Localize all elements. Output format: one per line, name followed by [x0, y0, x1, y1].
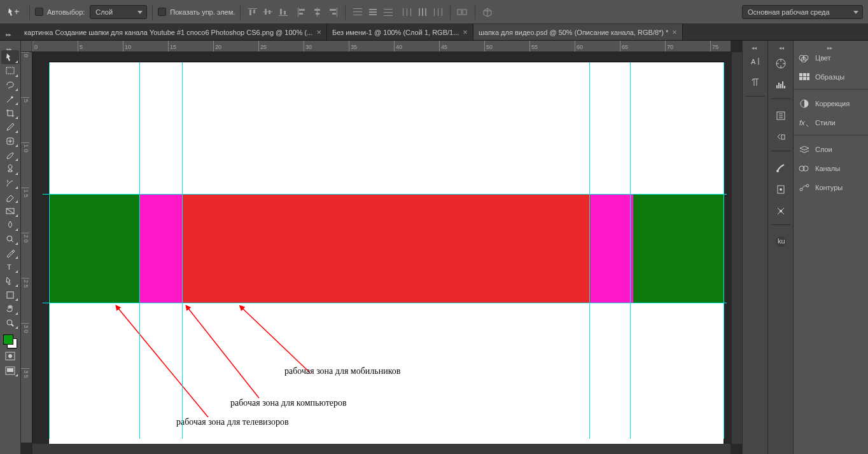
vertical-guide[interactable] — [49, 62, 50, 439]
svg-rect-16 — [330, 9, 336, 11]
svg-rect-56 — [778, 83, 780, 88]
dist-bottom-button[interactable] — [381, 5, 395, 19]
character-panel-icon[interactable]: A — [745, 52, 766, 70]
foreground-background-color[interactable] — [3, 334, 17, 348]
svg-rect-23 — [369, 14, 377, 15]
eraser-tool[interactable] — [1, 190, 19, 204]
layers-panel-button[interactable]: Слои — [794, 140, 868, 159]
svg-point-80 — [803, 166, 808, 171]
align-group-2 — [295, 5, 340, 19]
align-left-edges-button[interactable] — [295, 5, 309, 19]
wand-tool[interactable] — [1, 92, 19, 106]
shape-tool[interactable] — [1, 288, 19, 302]
align-hcenter-button[interactable] — [311, 5, 325, 19]
stamp-tool[interactable] — [1, 162, 19, 176]
adjustments-panel-button[interactable]: Коррекция — [794, 94, 868, 113]
heal-tool[interactable] — [1, 134, 19, 148]
svg-rect-7 — [280, 9, 282, 15]
auto-align-button[interactable] — [456, 5, 470, 19]
show-transform-controls-checkbox[interactable]: Показать упр. элем. — [158, 8, 235, 16]
strip1-collapse-icon[interactable] — [743, 43, 767, 48]
quickmask-button[interactable] — [1, 349, 19, 363]
hand-tool[interactable] — [1, 302, 19, 316]
histogram-panel-icon[interactable] — [771, 76, 791, 99]
swatches-panel-button[interactable]: Образцы — [794, 67, 868, 86]
brush-presets-icon[interactable] — [771, 159, 791, 177]
screenmode-button[interactable] — [1, 364, 19, 378]
document-tab-1[interactable]: Без имени-1 @ 100% (Слой 1, RGB/1...× — [327, 24, 473, 40]
canvas-area[interactable]: 051015202530354045505560657075 051 01 52… — [21, 41, 742, 454]
crop-tool[interactable] — [1, 106, 19, 120]
dist-hcenter-button[interactable] — [416, 5, 430, 19]
horizontal-guide[interactable] — [43, 194, 727, 195]
dist-left-button[interactable] — [400, 5, 414, 19]
svg-rect-28 — [407, 8, 407, 16]
horizontal-ruler[interactable]: 051015202530354045505560657075 — [32, 41, 731, 52]
color-panel-button[interactable]: Цвет — [794, 48, 868, 67]
zoom-tool[interactable] — [1, 316, 19, 330]
dodge-tool[interactable] — [1, 232, 19, 246]
kuler-panel-icon[interactable]: ku — [771, 233, 791, 251]
move-tool[interactable] — [1, 50, 19, 64]
workspace-dropdown[interactable]: Основная рабочая среда — [742, 5, 863, 19]
navigator-panel-icon[interactable] — [771, 55, 791, 72]
vertical-scrollbar[interactable] — [732, 52, 742, 444]
svg-rect-18 — [353, 8, 362, 9]
paths-panel-button[interactable]: Контуры — [794, 178, 868, 197]
eyedropper-tool[interactable] — [1, 120, 19, 134]
svg-rect-2 — [253, 10, 255, 13]
vertical-guide[interactable] — [182, 62, 183, 439]
tools-panel: T — [0, 41, 21, 454]
3d-mode-button[interactable] — [480, 5, 494, 19]
color-icon — [799, 53, 810, 63]
auto-select-checkbox[interactable]: Автовыбор: — [35, 8, 85, 16]
align-bottom-edges-button[interactable] — [276, 5, 290, 19]
lasso-tool[interactable] — [1, 78, 19, 92]
document-tab-2[interactable]: шапка для видео.psd @ 50% (Описание кана… — [473, 24, 683, 40]
channels-panel-button[interactable]: Каналы — [794, 159, 868, 178]
svg-rect-10 — [299, 9, 305, 11]
brush-panel-icon[interactable] — [771, 181, 791, 198]
marquee-tool[interactable] — [1, 64, 19, 78]
svg-rect-38 — [6, 67, 14, 74]
styles-panel-button[interactable]: fxСтили — [794, 113, 868, 132]
vertical-guide[interactable] — [724, 62, 724, 439]
dist-right-button[interactable] — [431, 5, 445, 19]
clone-source-icon[interactable] — [771, 202, 791, 225]
vertical-ruler[interactable]: 051 01 52 02 53 03 5 — [21, 52, 32, 443]
type-tool[interactable]: T — [1, 260, 19, 274]
close-icon[interactable]: × — [463, 27, 468, 37]
path-select-tool[interactable] — [1, 274, 19, 288]
ruler-origin[interactable] — [21, 41, 32, 52]
horizontal-scrollbar[interactable] — [32, 444, 731, 454]
vertical-guide[interactable] — [630, 62, 631, 439]
dist-vcenter-button[interactable] — [366, 5, 380, 19]
document-tab-0[interactable]: картинка Создание шапки для канала Youtu… — [19, 24, 327, 40]
paragraph-panel-icon[interactable] — [745, 74, 766, 97]
gradient-tool[interactable] — [1, 204, 19, 218]
annotation-mobile: рабочая зона для мобильников — [284, 366, 400, 376]
panels-collapse-icon[interactable] — [794, 43, 868, 48]
pen-tool[interactable] — [1, 246, 19, 260]
align-vcenter-button[interactable] — [261, 5, 275, 19]
tools-collapse-icon[interactable] — [0, 43, 20, 50]
close-icon[interactable]: × — [316, 27, 321, 37]
horizontal-guide[interactable] — [43, 303, 727, 303]
blur-tool[interactable] — [1, 218, 19, 232]
brush-tool[interactable] — [1, 148, 19, 162]
svg-rect-20 — [353, 15, 362, 15]
align-top-edges-button[interactable] — [246, 5, 260, 19]
vertical-guide[interactable] — [139, 62, 140, 439]
history-panel-icon[interactable] — [771, 107, 791, 125]
actions-panel-icon[interactable] — [771, 128, 791, 151]
history-brush-tool[interactable] — [1, 176, 19, 190]
strip2-collapse-icon[interactable] — [778, 43, 783, 51]
document-canvas[interactable]: рабочая зона для мобильников рабочая зон… — [49, 62, 724, 444]
toolbar-expand-icon[interactable] — [0, 24, 19, 40]
align-right-edges-button[interactable] — [326, 5, 340, 19]
svg-rect-31 — [422, 8, 423, 16]
vertical-guide[interactable] — [589, 62, 590, 439]
close-icon[interactable]: × — [672, 27, 677, 37]
auto-select-mode-dropdown[interactable]: Слой — [90, 5, 147, 19]
dist-top-button[interactable] — [351, 5, 365, 19]
